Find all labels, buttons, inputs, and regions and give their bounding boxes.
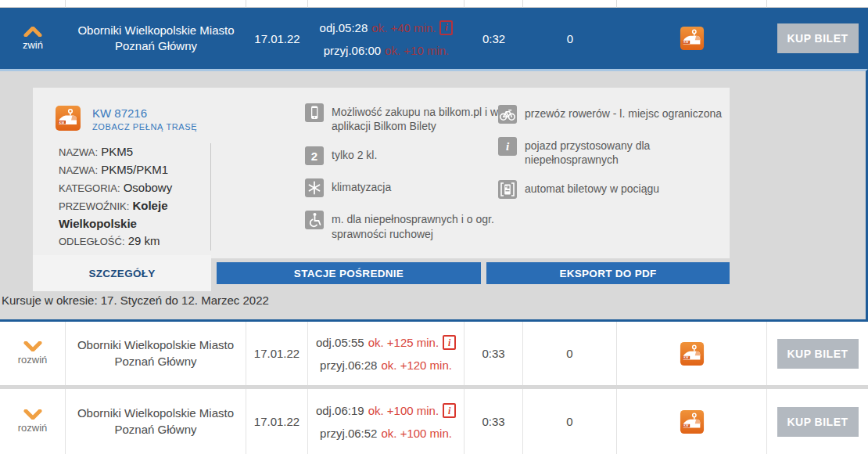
route-stations: Oborniki Wielkopolskie Miasto Poznań Głó…: [77, 23, 234, 55]
snowflake-icon: [305, 178, 324, 197]
departure-delay: ok. +125 min.: [368, 336, 439, 349]
route-stations: Oborniki Wielkopolskie Miasto Poznań Głó…: [77, 405, 234, 438]
delay-info-icon[interactable]: i: [439, 20, 453, 35]
transfers-count: 0: [566, 415, 572, 428]
buy-ticket-button[interactable]: KUP BILET: [777, 339, 859, 369]
expand-toggle[interactable]: rozwiń: [0, 322, 66, 385]
travel-duration: 0:33: [482, 415, 504, 428]
wheelchair-icon: [305, 211, 324, 229]
kw-carrier-icon: KW: [680, 341, 705, 366]
toggle-label: rozwiń: [18, 354, 48, 366]
train-result-row: rozwiń Oborniki Wielkopolskie Miasto Poz…: [0, 322, 868, 385]
travel-date: 17.01.22: [254, 32, 299, 45]
feature-item: m. dla niepełnosprawnych i o ogr. sprawn…: [305, 211, 532, 240]
delay-info-icon[interactable]: i: [443, 335, 456, 350]
travel-date: 17.01.22: [254, 415, 299, 428]
train-result-row-expanded: zwiń Oborniki Wielkopolskie Miasto Pozna…: [0, 8, 868, 69]
departure-delay: ok. +100 min.: [368, 404, 439, 417]
toggle-label: zwiń: [23, 39, 43, 51]
toggle-label: rozwiń: [18, 422, 48, 434]
kw-carrier-icon: KW: [680, 26, 705, 51]
travel-duration: 0:33: [482, 347, 504, 360]
tab-stacje-posrednie[interactable]: STACJE POŚREDNIE: [217, 262, 481, 284]
svg-text:KW: KW: [683, 424, 689, 427]
attribute-line: NAZWA: PKM5/PKM1: [59, 161, 196, 179]
arrival-time: przyj.06:00 ok. +10 min.: [324, 44, 450, 57]
arrival-delay: ok. +100 min.: [381, 427, 451, 440]
transfers-count: 0: [566, 347, 572, 360]
train-attributes: NAZWA: PKM5 NAZWA: PKM5/PKM1 KATEGORIA: …: [59, 143, 211, 250]
mobile-phone-icon: [305, 103, 324, 122]
buy-ticket-button[interactable]: KUP BILET: [777, 23, 859, 53]
train-details-section: KW KW 87216 ZOBACZ PEŁNĄ TRASĘ NAZWA: PK…: [0, 69, 868, 322]
tab-eksport-do-pdf[interactable]: EKSPORT DO PDF: [486, 262, 730, 284]
feature-item: i pojazd przystosowany dla niepełnospraw…: [498, 137, 730, 167]
delay-info-icon[interactable]: i: [443, 403, 456, 418]
service-period-text: Kursuje w okresie: 17. Styczeń do 12. Ma…: [2, 294, 269, 307]
class-2-icon: 2: [305, 146, 324, 165]
feature-list-right: przewóz rowerów - l. miejsc ograniczona …: [498, 105, 730, 212]
previous-row-edge: [0, 0, 868, 8]
transfers-count: 0: [567, 32, 573, 45]
departure-time: odj.06:19 ok. +100 min. i: [316, 403, 456, 418]
kw-carrier-icon: KW: [680, 409, 705, 434]
buy-ticket-button[interactable]: KUP BILET: [777, 407, 859, 437]
train-search-results: zwiń Oborniki Wielkopolskie Miasto Pozna…: [0, 0, 868, 454]
arrival-delay: ok. +120 min.: [381, 359, 451, 372]
svg-text:KW: KW: [683, 356, 689, 359]
tab-szczegoly[interactable]: SZCZEGÓŁY: [33, 255, 211, 291]
arrival-time: przyj.06:28 ok. +120 min.: [320, 359, 452, 372]
attribute-line: PRZEWOŹNIK: Koleje Wielkopolskie: [59, 197, 196, 232]
expand-toggle[interactable]: rozwiń: [0, 389, 66, 454]
departure-delay: ok. +40 min.: [371, 21, 436, 34]
attribute-line: NAZWA: PKM5: [59, 143, 196, 161]
chevron-up-icon: [23, 27, 42, 37]
info-icon: i: [498, 137, 517, 156]
ticket-machine-icon: [498, 180, 517, 199]
full-route-link[interactable]: ZOBACZ PEŁNĄ TRASĘ: [92, 122, 197, 132]
feature-item: automat biletowy w pociągu: [498, 180, 730, 199]
route-stations: Oborniki Wielkopolskie Miasto Poznań Głó…: [77, 337, 234, 369]
attribute-line: ODLEGŁOŚĆ: 29 km: [59, 232, 196, 250]
travel-duration: 0:32: [482, 32, 505, 45]
bicycle-icon: [498, 105, 517, 124]
attribute-line: KATEGORIA: Osobowy: [59, 179, 196, 197]
departure-time: odj.05:28 ok. +40 min. i: [320, 20, 454, 35]
chevron-down-icon: [23, 409, 42, 420]
svg-text:KW: KW: [683, 41, 689, 44]
train-number-link[interactable]: KW 87216: [92, 106, 197, 120]
feature-item: przewóz rowerów - l. miejsc ograniczona: [498, 105, 730, 124]
svg-text:KW: KW: [59, 121, 65, 124]
chevron-down-icon: [23, 341, 42, 351]
arrival-time: przyj.06:52 ok. +100 min.: [320, 427, 452, 440]
travel-date: 17.01.22: [254, 347, 299, 360]
collapse-toggle[interactable]: zwiń: [0, 8, 66, 69]
details-panel: KW KW 87216 ZOBACZ PEŁNĄ TRASĘ NAZWA: PK…: [33, 88, 730, 258]
kw-carrier-icon: KW: [55, 105, 81, 132]
departure-time: odj.05:55 ok. +125 min. i: [316, 335, 456, 350]
train-result-row: rozwiń Oborniki Wielkopolskie Miasto Poz…: [0, 389, 868, 454]
arrival-delay: ok. +10 min.: [385, 44, 449, 57]
